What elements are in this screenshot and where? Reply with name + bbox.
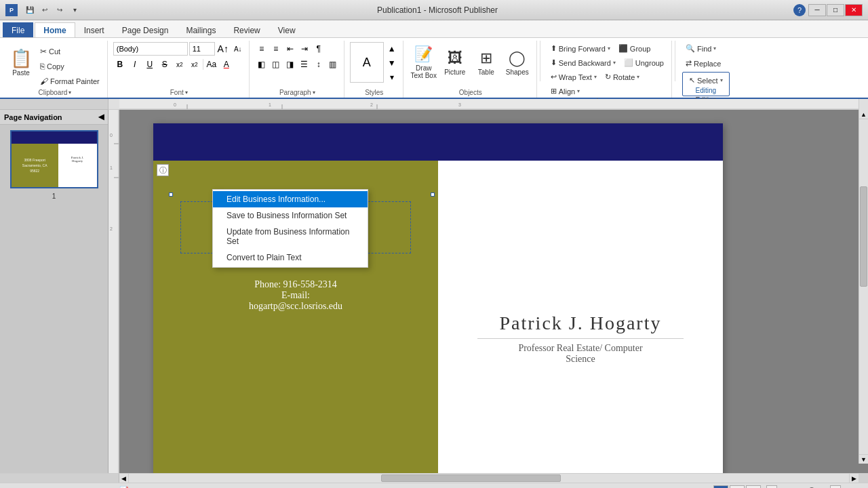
redo-quick-btn[interactable]: ↪ — [53, 3, 66, 17]
window-title: Publication1 - Microsoft Publisher — [81, 5, 793, 15]
titlebar: P 💾 ↩ ↪ ▾ Publication1 - Microsoft Publi… — [0, 0, 868, 20]
group-button[interactable]: ⬛Group — [615, 42, 654, 55]
show-hide-btn[interactable]: ¶ — [312, 42, 326, 56]
help-button[interactable]: ? — [793, 4, 806, 16]
svg-text:2: 2 — [370, 102, 373, 107]
underline-button[interactable]: U — [143, 58, 157, 71]
tab-mailings[interactable]: Mailings — [177, 22, 224, 37]
copy-button[interactable]: ⎘Copy — [37, 60, 103, 73]
page-thumbnail-1[interactable]: 3808 Freeport Sacramento, CA 95822 Patri… — [10, 130, 98, 188]
ctx-convert-plain-text[interactable]: Convert to Plain Text — [213, 249, 368, 266]
main-area: Page Navigation ◀ 3808 Freeport Sacramen… — [0, 110, 868, 473]
ribbon-tabs: File Home Insert Page Design Mailings Re… — [0, 20, 868, 38]
tab-view[interactable]: View — [269, 22, 304, 37]
ctx-update-business-info[interactable]: Update from Business Information Set — [213, 224, 368, 249]
select-button[interactable]: ↖Select▾ — [686, 74, 726, 87]
scroll-up-btn[interactable]: ▲ — [859, 110, 868, 119]
superscript-button[interactable]: x2 — [173, 58, 186, 71]
ungroup-button[interactable]: ⬜Ungroup — [620, 56, 667, 69]
table-button[interactable]: ⊞ Table — [471, 42, 501, 83]
page-nav-title: Page Navigation — [4, 113, 62, 121]
scroll-thumb-h[interactable] — [381, 474, 561, 482]
cut-button[interactable]: ✂Cut — [37, 45, 103, 58]
close-button[interactable]: ✕ — [845, 4, 863, 16]
para-expand[interactable]: ▾ — [313, 89, 315, 96]
smart-tag-button[interactable]: ⓘ — [157, 164, 169, 176]
format-painter-button[interactable]: 🖌Format Painter — [37, 75, 103, 88]
font-color-button[interactable]: A — [220, 58, 233, 71]
save-quick-btn[interactable]: 💾 — [23, 3, 37, 17]
zoom-out-btn[interactable]: − — [766, 485, 777, 489]
tab-home[interactable]: Home — [35, 22, 75, 37]
bring-forward-button[interactable]: ⬆Bring Forward▾ — [547, 42, 614, 55]
increase-indent-btn[interactable]: ⇥ — [298, 42, 311, 56]
tab-review[interactable]: Review — [224, 22, 269, 37]
paste-button[interactable]: 📋 Paste — [7, 42, 35, 83]
find-button[interactable]: 🔍Find▾ — [682, 42, 719, 55]
scroll-left-btn[interactable]: ◀ — [119, 474, 129, 483]
undo-quick-btn[interactable]: ↩ — [38, 3, 52, 17]
font-expand[interactable]: ▾ — [185, 89, 188, 96]
zoom-in-btn[interactable]: + — [830, 485, 841, 489]
view-twopage-btn[interactable]: ▥ — [746, 485, 761, 489]
draw-text-box-button[interactable]: 📝 Draw Text Box — [409, 42, 439, 83]
align-button[interactable]: ⊞Align▾ — [547, 85, 583, 98]
align-right-btn[interactable]: ◨ — [283, 58, 297, 71]
line-spacing-btn[interactable]: ↕ — [312, 58, 326, 71]
rotate-button[interactable]: ↻Rotate▾ — [601, 70, 643, 83]
subscript-button[interactable]: x2 — [188, 58, 201, 71]
change-case-button[interactable]: Aa — [205, 58, 218, 71]
italic-button[interactable]: I — [128, 58, 142, 71]
numbering-button[interactable]: ≡ — [269, 42, 283, 56]
maximize-button[interactable]: □ — [827, 4, 844, 16]
status-bar: Page: 1 of 1 ↖ 0.44, 0.30 in. 📝 ▦ ▤ ▥ − … — [0, 483, 868, 488]
view-normal-btn[interactable]: ▦ — [713, 485, 728, 489]
justify-btn[interactable]: ☰ — [298, 58, 311, 71]
wrap-text-button[interactable]: ↩Wrap Text▾ — [547, 70, 600, 83]
styles-up-btn[interactable]: ▲ — [385, 42, 399, 56]
handle-tr[interactable] — [431, 192, 435, 197]
minimize-button[interactable]: ─ — [808, 4, 826, 16]
scroll-down-btn[interactable]: ▼ — [859, 454, 868, 464]
scroll-thumb-v[interactable] — [860, 186, 867, 287]
increase-font-btn[interactable]: A↑ — [216, 42, 230, 56]
strikethrough-button[interactable]: S — [158, 58, 172, 71]
svg-text:1: 1 — [110, 165, 113, 170]
scroll-right-btn[interactable]: ▶ — [849, 474, 859, 483]
styles-down-btn[interactable]: ▼ — [385, 56, 399, 70]
svg-text:0: 0 — [110, 133, 113, 138]
decrease-font-btn[interactable]: A↓ — [231, 42, 245, 56]
customize-quick-btn[interactable]: ▾ — [68, 3, 81, 17]
handle-tl[interactable] — [169, 192, 173, 197]
replace-button[interactable]: ⇄Replace — [682, 57, 724, 70]
ctx-edit-business-info[interactable]: Edit Business Information... — [213, 191, 368, 207]
decrease-indent-btn[interactable]: ⇤ — [283, 42, 297, 56]
canvas-area[interactable]: ⓘ Edit Business Information... Save to B… — [119, 110, 868, 473]
ribbon-group-arrange: ⬆Bring Forward▾ ⬛Group ⬇Send Backward▾ ⬜… — [543, 41, 672, 98]
shapes-button[interactable]: ◯ Shapes — [502, 42, 532, 83]
styles-gallery[interactable]: A — [350, 42, 384, 83]
send-backward-button[interactable]: ⬇Send Backward▾ — [547, 56, 619, 69]
font-label: Font▾ — [113, 89, 245, 98]
bullets-button[interactable]: ≡ — [255, 42, 269, 56]
page-nav-collapse[interactable]: ◀ — [98, 113, 104, 121]
picture-button[interactable]: 🖼 Picture — [440, 42, 470, 83]
font-name-box[interactable]: (Body) — [113, 42, 188, 56]
font-size-box[interactable]: 11 — [189, 42, 215, 56]
styles-more-btn[interactable]: ▾ — [385, 70, 399, 84]
tab-insert[interactable]: Insert — [75, 22, 113, 37]
person-title: Professor Real Estate/ Computer Science — [518, 343, 642, 365]
page-number: 1 — [52, 192, 56, 200]
tab-page-design[interactable]: Page Design — [113, 22, 178, 37]
align-center-btn[interactable]: ◫ — [269, 58, 283, 71]
tab-file[interactable]: File — [3, 22, 33, 37]
ribbon-group-editing: 🔍Find▾ ⇄Replace ↖Select▾ Editing Editing — [678, 41, 734, 98]
clipboard-expand[interactable]: ▾ — [68, 89, 71, 96]
align-left-btn[interactable]: ◧ — [255, 58, 269, 71]
bold-button[interactable]: B — [113, 58, 127, 71]
ctx-save-business-info[interactable]: Save to Business Information Set — [213, 207, 368, 224]
vertical-scrollbar[interactable]: ▲ ▼ — [859, 110, 868, 464]
col-btn[interactable]: ▥ — [326, 58, 340, 71]
view-master-btn[interactable]: ▤ — [730, 485, 745, 489]
publication-page: ⓘ Edit Business Information... Save to B… — [153, 123, 723, 473]
